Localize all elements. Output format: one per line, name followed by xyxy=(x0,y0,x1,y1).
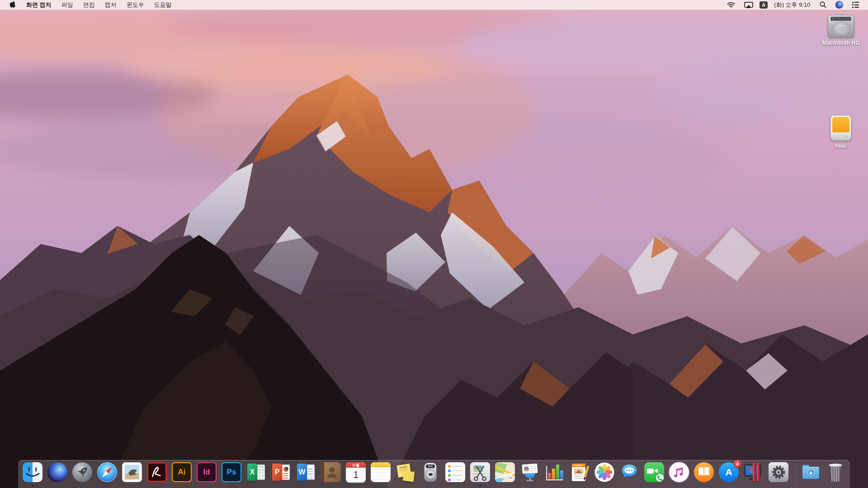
dvd-player-icon: DVD xyxy=(420,462,440,482)
ibooks-icon xyxy=(694,462,714,482)
notification-center-icon[interactable] xyxy=(849,0,862,9)
menu-edit[interactable]: 편집 xyxy=(78,0,100,9)
apple-menu[interactable] xyxy=(6,0,21,9)
reminders-icon xyxy=(445,462,465,482)
dock-item-siri[interactable] xyxy=(47,462,68,488)
excel-letter: X xyxy=(250,468,255,476)
numbers-icon xyxy=(545,462,565,482)
illustrator-label: Ai xyxy=(178,468,186,477)
dock-item-facetime[interactable] xyxy=(644,462,665,488)
dock-item-grab[interactable] xyxy=(470,462,491,488)
menu-window[interactable]: 윈도우 xyxy=(122,0,149,9)
dock-item-parallels[interactable] xyxy=(743,462,764,488)
menu-app-name[interactable]: 화면 캡처 xyxy=(21,0,57,9)
dock-item-ibooks[interactable] xyxy=(693,462,714,488)
parallels-icon xyxy=(744,462,764,482)
dock-item-word[interactable]: W xyxy=(296,462,316,488)
photos-icon xyxy=(594,462,614,482)
app-store-letter: A xyxy=(725,467,732,478)
dock-item-messages[interactable] xyxy=(619,462,640,488)
screen-mirroring-icon[interactable] xyxy=(741,0,756,9)
system-preferences-icon xyxy=(769,462,788,482)
dock-item-notes[interactable] xyxy=(370,462,391,488)
running-indicator xyxy=(32,485,33,487)
siri-icon[interactable] xyxy=(833,0,846,9)
spotlight-search-icon[interactable] xyxy=(817,0,829,9)
desktop-icon-macintosh-hd[interactable]: Macintosh HD xyxy=(819,15,863,46)
finder-icon xyxy=(23,462,42,482)
dock-item-itunes[interactable] xyxy=(669,462,689,488)
menu-help[interactable]: 도움말 xyxy=(149,0,177,9)
desktop-icon-mac[interactable]: mac xyxy=(819,115,863,149)
acrobat-icon xyxy=(147,462,167,482)
dock-item-safari[interactable] xyxy=(97,462,118,488)
siri-app-icon xyxy=(47,462,67,482)
calendar-day: 1 xyxy=(353,469,359,481)
safari-icon xyxy=(97,462,117,482)
dock-item-mail[interactable] xyxy=(122,462,142,488)
dock-item-calendar[interactable]: 11월 1 xyxy=(345,462,366,488)
maps-3d-badge: 3D xyxy=(509,476,513,479)
dock-item-numbers[interactable] xyxy=(544,462,565,488)
word-letter: W xyxy=(298,468,305,476)
dock-item-keynote[interactable] xyxy=(519,462,540,488)
calendar-icon: 11월 1 xyxy=(346,462,366,482)
notes-icon xyxy=(371,462,391,482)
photoshop-icon: Ps xyxy=(222,462,241,482)
downloads-folder-icon xyxy=(801,462,821,482)
running-indicator xyxy=(479,485,481,487)
contacts-icon xyxy=(321,462,341,482)
external-drive-icon xyxy=(830,115,851,141)
dock-item-app-store[interactable]: A 4 xyxy=(718,462,739,488)
dock-item-downloads[interactable] xyxy=(800,462,821,488)
maps-icon: 3D xyxy=(495,462,515,482)
menu-bar-clock[interactable]: (화) 오후 9:10 xyxy=(771,1,813,9)
dock-item-launchpad[interactable] xyxy=(72,462,93,488)
pages-icon: PAGES xyxy=(570,462,590,482)
mail-icon xyxy=(122,462,142,482)
menu-file[interactable]: 파일 xyxy=(57,0,78,9)
photoshop-label: Ps xyxy=(227,468,236,477)
wallpaper xyxy=(0,0,868,488)
facetime-icon xyxy=(644,462,664,482)
messages-icon xyxy=(619,462,639,482)
powerpoint-icon: P xyxy=(271,462,291,482)
dvd-label: DVD xyxy=(428,465,433,468)
dock: Ai Id Ps X P W 11월 xyxy=(18,460,850,488)
dock-item-dvd-player[interactable]: DVD xyxy=(420,462,441,488)
dock-item-powerpoint[interactable]: P xyxy=(271,462,292,488)
dock-item-illustrator[interactable]: Ai xyxy=(171,462,192,488)
dock-item-indesign[interactable]: Id xyxy=(196,462,217,488)
desktop-icon-label: Macintosh HD xyxy=(822,40,859,46)
apple-icon xyxy=(9,1,16,9)
menu-bar: 화면 캡처 파일 편집 캡처 윈도우 도움말 A (화) 오후 9:10 xyxy=(0,0,868,10)
indesign-label: Id xyxy=(203,468,210,477)
desktop-icon-label: mac xyxy=(835,143,846,149)
trash-icon xyxy=(826,462,845,482)
word-icon: W xyxy=(296,462,316,482)
dock-item-trash[interactable] xyxy=(825,462,846,488)
dock-item-acrobat[interactable] xyxy=(146,462,167,488)
menu-bar-left: 화면 캡처 파일 편집 캡처 윈도우 도움말 xyxy=(0,0,177,9)
stickies-icon xyxy=(396,462,415,482)
dock-item-finder[interactable] xyxy=(22,462,43,488)
dock-item-pages[interactable]: PAGES xyxy=(569,462,590,488)
excel-icon: X xyxy=(246,462,266,482)
macos-desktop: { "menu_bar": { "app_menu": "화면 캡처", "me… xyxy=(0,0,868,488)
dock-item-reminders[interactable] xyxy=(445,462,466,488)
dock-item-stickies[interactable] xyxy=(395,462,416,488)
dock-item-excel[interactable]: X xyxy=(246,462,267,488)
calendar-month: 11월 xyxy=(352,463,359,468)
dock-item-photoshop[interactable]: Ps xyxy=(221,462,242,488)
illustrator-icon: Ai xyxy=(172,462,192,482)
dock-item-maps[interactable]: 3D xyxy=(495,462,515,488)
dock-item-photos[interactable] xyxy=(594,462,615,488)
hard-drive-icon xyxy=(828,15,854,38)
wifi-icon[interactable] xyxy=(724,0,738,9)
keynote-icon xyxy=(520,462,540,482)
dock-item-system-preferences[interactable] xyxy=(768,462,789,488)
dock-item-contacts[interactable] xyxy=(321,462,341,488)
itunes-icon xyxy=(669,462,689,482)
menu-capture[interactable]: 캡처 xyxy=(100,0,122,9)
input-source-badge[interactable]: A xyxy=(760,1,768,9)
